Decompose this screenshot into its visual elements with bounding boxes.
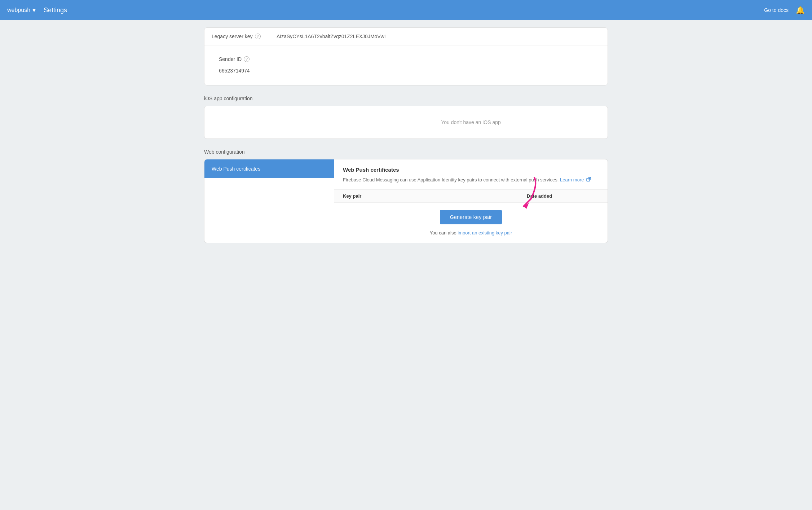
sender-id-section: Sender ID ? 66523714974 — [204, 45, 608, 85]
web-push-certs-desc: Firebase Cloud Messaging can use Applica… — [343, 176, 599, 184]
date-added-col-header: Date added — [527, 193, 599, 199]
legacy-key-row: Legacy server key ? AIzaSyCYsL1A6T2vbalt… — [204, 28, 608, 45]
web-right-panel: Web Push certificates Firebase Cloud Mes… — [334, 159, 608, 243]
web-config-card: Web Push certificates Web Push certifica… — [204, 159, 608, 243]
main-content: Legacy server key ? AIzaSyCYsL1A6T2vbalt… — [193, 20, 619, 258]
web-push-certs-title: Web Push certificates — [343, 167, 599, 173]
key-pair-table-header: Key pair Date added — [334, 189, 608, 203]
import-key-pair-text: You can also import an existing key pair — [430, 230, 512, 236]
keypair-col-header: Key pair — [343, 193, 527, 199]
key-pair-table-body: Generate key pair You can also import an… — [334, 203, 608, 243]
svg-marker-1 — [524, 203, 529, 209]
import-existing-key-pair-link[interactable]: import an existing key pair — [458, 230, 512, 236]
web-right-header: Web Push certificates Firebase Cloud Mes… — [334, 159, 608, 189]
topnav-right: Go to docs 🔔 — [764, 6, 805, 14]
external-link-icon — [586, 177, 591, 184]
topnav-left: webpush ▾ Settings — [7, 6, 67, 14]
app-name: webpush — [7, 7, 30, 13]
server-key-card: Legacy server key ? AIzaSyCYsL1A6T2vbalt… — [204, 27, 608, 85]
web-left-panel: Web Push certificates — [204, 159, 334, 243]
learn-more-link[interactable]: Learn more — [560, 177, 584, 183]
notifications-bell-icon[interactable]: 🔔 — [796, 6, 805, 14]
go-to-docs-link[interactable]: Go to docs — [764, 7, 789, 13]
generate-btn-container: Generate key pair — [440, 210, 502, 224]
legacy-key-help-icon[interactable]: ? — [255, 34, 261, 39]
legacy-key-value: AIzaSyCYsL1A6T2vbaltZvqz01Z2LEXJ0JMoVwI — [277, 34, 386, 39]
ios-no-app-text: You don't have an iOS app — [334, 106, 608, 139]
sender-id-value: 66523714974 — [212, 65, 600, 79]
web-push-certs-tab[interactable]: Web Push certificates — [204, 159, 334, 178]
sender-id-help-icon[interactable]: ? — [244, 56, 250, 62]
ios-left-panel — [204, 106, 334, 139]
generate-key-pair-button[interactable]: Generate key pair — [440, 210, 502, 224]
top-navigation: webpush ▾ Settings Go to docs 🔔 — [0, 0, 812, 20]
web-section-label: Web configuration — [204, 149, 608, 155]
ios-section-label: iOS app configuration — [204, 96, 608, 101]
app-dropdown-icon[interactable]: ▾ — [32, 6, 36, 14]
legacy-key-label: Legacy server key ? — [212, 34, 277, 39]
sender-id-label-row: Sender ID ? — [212, 51, 600, 65]
ios-card: You don't have an iOS app — [204, 106, 608, 139]
page-title: Settings — [44, 6, 67, 14]
